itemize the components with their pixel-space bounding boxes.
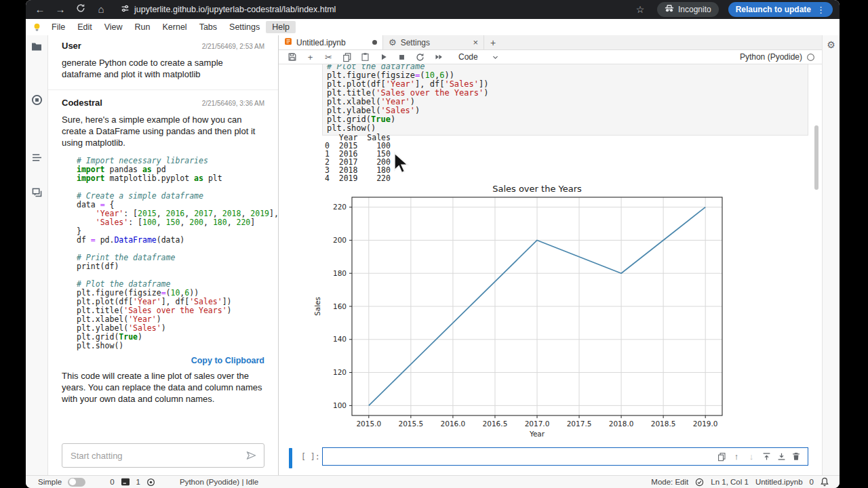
duplicate-icon[interactable] bbox=[714, 452, 729, 462]
notebook-icon bbox=[284, 37, 292, 47]
code-cell-editor[interactable]: # Plot the dataframeplt.figure(figsize=(… bbox=[327, 64, 804, 133]
close-icon[interactable]: × bbox=[473, 37, 478, 47]
incognito-icon bbox=[665, 4, 674, 15]
kernel-count: 1 bbox=[136, 478, 140, 486]
save-icon[interactable] bbox=[283, 52, 301, 62]
statusbar-filename: Untitled.ipynb bbox=[755, 478, 803, 486]
message-text: generate Python code to create a sample … bbox=[62, 58, 264, 81]
svg-text:2018.0: 2018.0 bbox=[609, 420, 634, 428]
kernel-name[interactable]: Python (Pyodide) bbox=[740, 52, 802, 62]
file-browser-icon[interactable] bbox=[31, 42, 42, 51]
tab-settings[interactable]: ⚙ Settings × bbox=[383, 35, 484, 49]
app-logo-icon bbox=[33, 22, 41, 33]
chat-message: Codestral 2/21/56469, 3:36 AM Sure, here… bbox=[62, 98, 264, 405]
svg-text:200: 200 bbox=[333, 236, 347, 244]
move-down-icon[interactable]: ↓ bbox=[744, 451, 759, 462]
address-bar[interactable]: jupyterlite.github.io/jupyterlab-codestr… bbox=[121, 4, 630, 15]
new-tab-button[interactable]: + bbox=[484, 35, 502, 49]
message-text: This code will create a line plot of sal… bbox=[62, 371, 264, 405]
relaunch-label: Relaunch to update bbox=[736, 5, 811, 14]
kernel-icon[interactable] bbox=[146, 478, 155, 487]
tab-untitled-ipynb[interactable]: Untitled.ipynb bbox=[279, 35, 383, 49]
notebook-scrollbar[interactable] bbox=[814, 125, 818, 190]
copy-to-clipboard-link[interactable]: Copy to Clipboard bbox=[62, 356, 264, 365]
restart-run-all-icon[interactable] bbox=[429, 52, 448, 62]
chrome-menu-icon[interactable]: ⋮ bbox=[816, 5, 825, 15]
svg-text:2017.0: 2017.0 bbox=[525, 420, 550, 428]
cell-output-text: Year Sales 0 2015 100 1 2016 150 2 2017 … bbox=[325, 134, 391, 182]
site-settings-icon[interactable] bbox=[121, 4, 130, 15]
browser-chrome-bar: ←→⌂ jupyterlite.github.io/jupyterlab-cod… bbox=[26, 0, 840, 19]
svg-text:2018.5: 2018.5 bbox=[651, 420, 676, 428]
left-activity-bar bbox=[26, 35, 48, 476]
message-timestamp: 2/21/56469, 3:36 AM bbox=[202, 100, 264, 107]
move-up-icon[interactable]: ↑ bbox=[729, 451, 744, 462]
notebook-toolbar: +✂ Code Python (Pyodide) bbox=[279, 50, 822, 64]
svg-text:Sales: Sales bbox=[313, 297, 321, 316]
cell-type-dropdown[interactable]: Code bbox=[458, 52, 499, 62]
chat-icon[interactable] bbox=[32, 188, 42, 197]
menu-edit[interactable]: Edit bbox=[71, 21, 98, 33]
gear-icon: ⚙ bbox=[389, 37, 397, 47]
relaunch-button[interactable]: Relaunch to update ⋮ bbox=[728, 2, 833, 17]
cut-icon[interactable]: ✂ bbox=[319, 52, 338, 62]
message-timestamp: 2/21/56469, 2:53 AM bbox=[202, 43, 264, 50]
menu-kernel[interactable]: Kernel bbox=[157, 21, 193, 33]
svg-text:2016.5: 2016.5 bbox=[483, 420, 508, 428]
svg-text:2015.0: 2015.0 bbox=[356, 420, 381, 428]
forward-icon[interactable]: → bbox=[53, 0, 68, 19]
simple-mode-toggle[interactable] bbox=[68, 478, 85, 487]
paste-icon[interactable] bbox=[356, 52, 374, 62]
code-cell[interactable]: # Plot the dataframeplt.figure(figsize=(… bbox=[322, 64, 808, 136]
copy-icon[interactable] bbox=[338, 52, 356, 62]
unsaved-dot-icon bbox=[372, 40, 377, 45]
url-text[interactable]: jupyterlite.github.io/jupyterlab-codestr… bbox=[134, 5, 336, 14]
svg-text:120: 120 bbox=[333, 368, 347, 376]
empty-cell-editor[interactable]: ↑↓ bbox=[322, 447, 808, 466]
bookmark-star-icon[interactable]: ☆ bbox=[633, 4, 648, 15]
terminal-icon[interactable] bbox=[121, 478, 130, 486]
chat-input-box[interactable] bbox=[62, 443, 264, 468]
svg-text:180: 180 bbox=[333, 269, 347, 277]
svg-text:2019.0: 2019.0 bbox=[693, 420, 718, 428]
property-inspector-gear-icon[interactable]: ⚙ bbox=[827, 39, 835, 50]
send-icon[interactable] bbox=[245, 451, 257, 460]
cursor-position[interactable]: Ln 1, Col 1 bbox=[711, 478, 749, 486]
notification-count: 0 bbox=[810, 478, 814, 486]
menu-items: FileEditViewRunKernelTabsSettingsHelp bbox=[45, 21, 296, 33]
reload-icon[interactable] bbox=[73, 0, 88, 19]
check-circle-icon bbox=[695, 478, 704, 487]
tab-bar: Untitled.ipynb ⚙ Settings × + bbox=[279, 35, 822, 50]
menu-settings[interactable]: Settings bbox=[223, 21, 266, 33]
back-icon[interactable]: ← bbox=[33, 0, 47, 19]
status-bar: Simple 0 1 Python (Pyodide) | Idle Mode:… bbox=[26, 475, 840, 488]
stop-icon[interactable] bbox=[393, 52, 411, 62]
menu-view[interactable]: View bbox=[98, 21, 129, 33]
restart-icon[interactable] bbox=[411, 52, 429, 62]
bell-icon[interactable] bbox=[821, 477, 829, 487]
home-icon[interactable]: ⌂ bbox=[94, 0, 108, 19]
insert-above-icon[interactable] bbox=[759, 452, 774, 461]
menu-file[interactable]: File bbox=[45, 21, 71, 33]
delete-icon[interactable] bbox=[789, 452, 804, 461]
svg-text:160: 160 bbox=[333, 302, 347, 310]
kernel-status-text[interactable]: Python (Pyodide) | Idle bbox=[180, 478, 258, 486]
browser-nav: ←→⌂ bbox=[33, 0, 108, 19]
running-kernels-icon[interactable] bbox=[31, 94, 43, 106]
menu-help[interactable]: Help bbox=[266, 21, 296, 33]
notebook-content[interactable]: # Plot the dataframeplt.figure(figsize=(… bbox=[279, 64, 822, 476]
svg-text:2017.5: 2017.5 bbox=[567, 420, 592, 428]
menu-run[interactable]: Run bbox=[129, 21, 157, 33]
insert-below-icon[interactable] bbox=[774, 452, 789, 461]
chat-input[interactable] bbox=[69, 450, 240, 462]
chat-panel: User 2/21/56469, 2:53 AM generate Python… bbox=[48, 35, 279, 476]
line-chart: 2015.02015.52016.02016.52017.02017.52018… bbox=[311, 184, 745, 440]
menu-tabs[interactable]: Tabs bbox=[193, 21, 223, 33]
add-cell-icon[interactable]: + bbox=[301, 52, 319, 62]
cell-collapser[interactable] bbox=[289, 448, 292, 468]
svg-text:220: 220 bbox=[333, 203, 347, 211]
incognito-label: Incognito bbox=[678, 5, 711, 14]
run-icon[interactable] bbox=[374, 52, 393, 62]
right-sidebar-bar: ⚙ bbox=[822, 35, 840, 476]
table-of-contents-icon[interactable] bbox=[32, 153, 42, 162]
